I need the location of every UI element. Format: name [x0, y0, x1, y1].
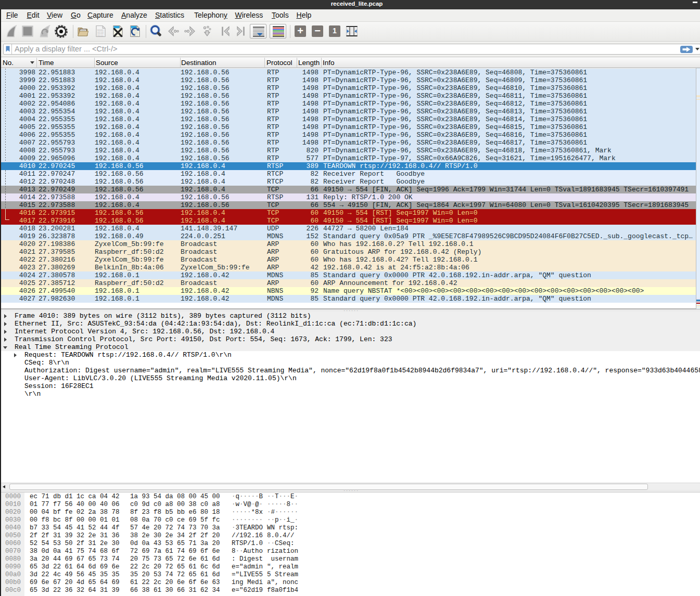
svg-text:0111: 0111 [97, 34, 104, 37]
